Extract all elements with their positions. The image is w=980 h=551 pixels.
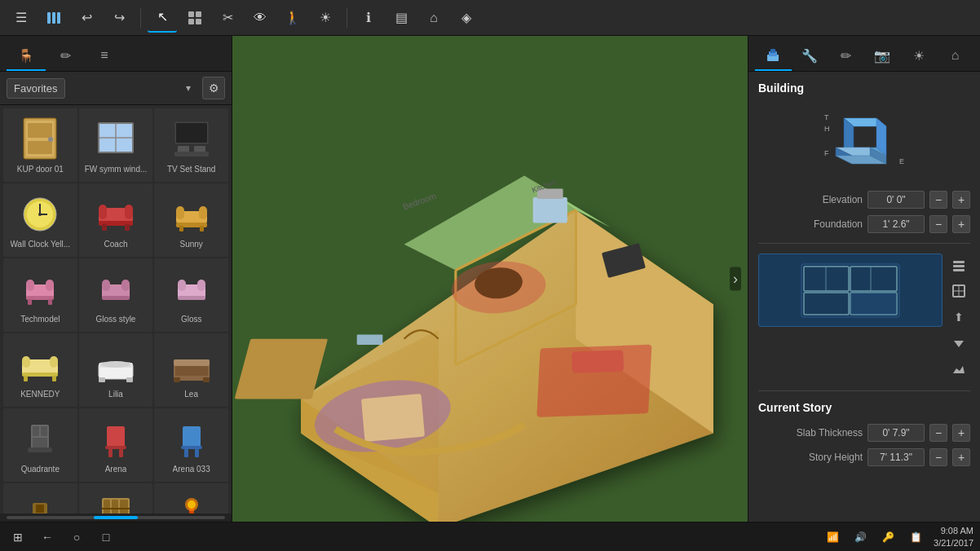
home-icon[interactable]: ⌂ <box>419 3 448 33</box>
tab-build2[interactable]: 🔧 <box>792 42 828 71</box>
tab-build1[interactable] <box>755 42 792 71</box>
favorites-dropdown[interactable]: Favorites <box>7 78 65 99</box>
notifications-icon[interactable]: 📋 <box>904 526 927 549</box>
person-icon[interactable]: 🚶 <box>278 3 307 33</box>
list-item[interactable]: FW symm wind... <box>79 108 153 182</box>
item-label: Gloss <box>181 315 202 324</box>
back-button[interactable]: ← <box>36 526 59 549</box>
svg-rect-61 <box>99 377 105 382</box>
list-item[interactable]: Wall Clock Yell... <box>3 183 77 257</box>
slab-thickness-value[interactable]: 0' 7.9" <box>867 424 925 442</box>
stairs-up-icon[interactable]: ⬆ <box>947 306 970 328</box>
tab-sun[interactable]: ☀ <box>901 42 938 71</box>
list-item[interactable] <box>79 483 153 514</box>
slab-minus-button[interactable]: − <box>929 424 947 442</box>
start-button[interactable]: ⊞ <box>7 526 29 549</box>
svg-rect-75 <box>108 449 113 457</box>
right-content: Building T H F E <box>748 72 980 522</box>
favorites-select-wrapper: Favorites <box>7 78 197 99</box>
svg-rect-31 <box>125 224 130 231</box>
list-item[interactable]: Gloss style <box>79 258 153 332</box>
svg-rect-0 <box>47 12 51 24</box>
undo-icon[interactable]: ↩ <box>72 3 101 33</box>
multitasking-button[interactable]: □ <box>95 526 117 549</box>
svg-rect-20 <box>174 152 209 156</box>
svg-rect-37 <box>200 226 204 231</box>
eye-icon[interactable]: 👁 <box>245 3 275 33</box>
cube-icon[interactable]: ◈ <box>452 3 481 33</box>
scissors-icon[interactable]: ✂ <box>213 3 242 33</box>
favorites-bar: Favorites ⚙ <box>0 72 232 105</box>
list-item[interactable]: Lilia <box>79 333 153 407</box>
info-icon[interactable]: ℹ <box>354 3 383 33</box>
list-item[interactable]: KUP door 01 <box>3 108 77 182</box>
security-icon[interactable]: 🔑 <box>876 526 899 549</box>
svg-rect-65 <box>174 377 180 382</box>
list-item[interactable]: Sunny <box>154 183 228 257</box>
story-height-plus-button[interactable]: + <box>952 448 970 466</box>
tab-camera[interactable]: 📷 <box>864 42 901 71</box>
list-item[interactable]: Techmodel <box>3 258 77 332</box>
item-label: KUP door 01 <box>17 165 64 174</box>
elevation-label: Elevation <box>758 194 863 205</box>
list-item[interactable]: TV Set Stand <box>154 108 228 182</box>
stairs-down-icon[interactable] <box>947 332 970 355</box>
list-item[interactable]: Arena 033 <box>154 408 228 482</box>
list-item[interactable]: Quadrante <box>3 408 77 482</box>
list-item[interactable] <box>154 483 228 514</box>
list-item[interactable]: Arena <box>79 408 153 482</box>
menu-icon[interactable]: ☰ <box>7 3 36 33</box>
list-item[interactable]: Coach <box>79 183 153 257</box>
svg-rect-78 <box>181 446 202 449</box>
tab-edit[interactable]: ✏ <box>46 42 85 71</box>
item-label: Lilia <box>108 390 123 399</box>
arrange-icon[interactable] <box>180 3 210 33</box>
svg-rect-46 <box>121 280 130 291</box>
story-height-label: Story Height <box>758 452 863 463</box>
story-height-minus-button[interactable]: − <box>929 448 947 466</box>
floors-icon[interactable] <box>947 253 970 276</box>
expand-arrow[interactable]: › <box>730 267 741 291</box>
tab-pencil[interactable]: ✏ <box>828 42 864 71</box>
list-item[interactable]: KENNEDY <box>3 333 77 407</box>
tab-furniture[interactable]: 🪑 <box>7 42 46 71</box>
list-item[interactable]: Lea <box>154 333 228 407</box>
foundation-plus-button[interactable]: + <box>952 215 970 233</box>
svg-rect-57 <box>52 376 56 381</box>
foundation-value[interactable]: 1' 2.6" <box>867 215 925 233</box>
top-toolbar: ☰ ↩ ↪ ↖ ✂ 👁 🚶 ☀ ℹ ▤ ⌂ ◈ <box>0 0 980 36</box>
slab-plus-button[interactable]: + <box>952 424 970 442</box>
redo-icon[interactable]: ↪ <box>104 3 134 33</box>
elevation-value[interactable]: 0' 0" <box>867 191 925 209</box>
elevation-minus-button[interactable]: − <box>929 191 947 209</box>
item-preview-arena <box>90 414 142 463</box>
item-preview-kup-door <box>14 114 66 163</box>
sun-icon[interactable]: ☀ <box>311 3 340 33</box>
item-preview-fw-wind <box>90 114 142 163</box>
svg-rect-34 <box>199 206 207 219</box>
story-height-value[interactable]: 7' 11.3" <box>867 448 925 466</box>
volume-icon[interactable]: 🔊 <box>849 526 872 549</box>
item-preview-sunny <box>166 189 218 238</box>
svg-text:T: T <box>824 113 829 121</box>
network-icon[interactable]: 📶 <box>821 526 844 549</box>
select-tool-icon[interactable]: ↖ <box>148 3 177 33</box>
library-icon[interactable] <box>39 3 68 33</box>
svg-rect-85 <box>36 505 44 513</box>
svg-rect-66 <box>203 377 210 382</box>
layout-icon[interactable]: ▤ <box>386 3 416 33</box>
favorites-settings-button[interactable]: ⚙ <box>202 77 225 99</box>
list-item[interactable]: Gloss <box>154 258 228 332</box>
canvas-area[interactable]: Bedroom Kitchen › <box>232 36 748 522</box>
list-item[interactable] <box>3 483 77 514</box>
elevation-plus-button[interactable]: + <box>952 191 970 209</box>
walls-icon[interactable] <box>947 280 970 302</box>
foundation-minus-button[interactable]: − <box>929 215 947 233</box>
search-button[interactable]: ○ <box>65 526 88 549</box>
svg-rect-36 <box>179 226 183 231</box>
tab-list[interactable]: ≡ <box>85 42 124 71</box>
svg-rect-47 <box>102 296 130 300</box>
tab-home[interactable]: ⌂ <box>937 42 973 71</box>
terrain-icon[interactable] <box>947 358 970 381</box>
scroll-thumb[interactable] <box>94 516 138 519</box>
